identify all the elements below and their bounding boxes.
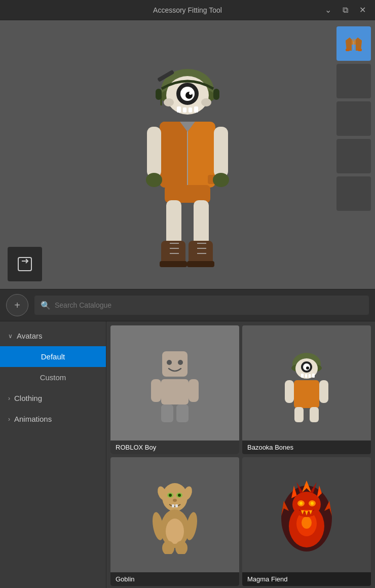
chevron-down-icon: ∨	[8, 333, 13, 340]
svg-point-73	[169, 494, 172, 497]
sidebar-section-clothing: › Clothing	[0, 388, 106, 409]
svg-rect-76	[172, 504, 174, 507]
svg-rect-52	[176, 405, 189, 422]
avatar-card-goblin[interactable]: Goblin	[110, 457, 239, 586]
svg-point-29	[213, 173, 229, 187]
svg-rect-21	[194, 106, 198, 113]
svg-rect-50	[189, 379, 199, 402]
svg-rect-45	[162, 351, 188, 377]
svg-point-74	[178, 494, 181, 497]
svg-rect-77	[175, 504, 178, 507]
svg-point-99	[311, 502, 314, 505]
svg-rect-18	[177, 106, 181, 113]
sidebar-item-default[interactable]: Default	[0, 346, 106, 367]
plus-icon: +	[14, 300, 20, 311]
svg-rect-43	[18, 258, 31, 271]
character-svg	[109, 30, 266, 279]
svg-point-58	[306, 366, 309, 370]
avatar-roblox-boy-preview	[110, 328, 239, 440]
search-icon: 🔍	[41, 301, 51, 310]
svg-rect-36	[187, 261, 214, 267]
svg-point-47	[178, 360, 183, 365]
svg-rect-24	[156, 89, 162, 100]
chevron-right-icon-animations: ›	[8, 416, 10, 423]
svg-point-92	[302, 517, 312, 529]
chevron-right-icon-clothing: ›	[8, 395, 10, 402]
svg-rect-35	[160, 261, 187, 267]
search-bar: + 🔍	[0, 289, 375, 321]
sidebar-header-animations[interactable]: › Animations	[0, 409, 106, 429]
svg-rect-59	[301, 374, 304, 378]
svg-rect-20	[189, 107, 192, 113]
svg-rect-64	[285, 380, 294, 403]
sidebar-section-animations: › Animations	[0, 409, 106, 429]
avatar-grid: ROBLOX Boy	[106, 321, 375, 588]
svg-point-46	[167, 360, 172, 365]
sidebar-clothing-label: Clothing	[14, 394, 42, 402]
bottom-panel: ∨ Avatars Default Custom › Clothing › An…	[0, 321, 375, 588]
svg-rect-32	[194, 200, 209, 246]
svg-rect-67	[310, 407, 319, 422]
svg-point-75	[173, 499, 177, 502]
svg-rect-66	[294, 407, 304, 422]
goblin-svg	[147, 478, 203, 554]
svg-rect-30	[165, 185, 210, 203]
svg-rect-48	[161, 379, 189, 405]
svg-rect-51	[161, 405, 173, 422]
svg-rect-27	[214, 127, 228, 177]
svg-point-98	[299, 502, 303, 505]
window-title: Accessory Fitting Tool	[153, 6, 222, 14]
svg-rect-25	[213, 89, 219, 100]
svg-point-16	[164, 98, 174, 106]
sidebar-header-clothing[interactable]: › Clothing	[0, 388, 106, 409]
title-bar: Accessory Fitting Tool ⌄ ⧉ ✕	[0, 0, 375, 20]
sidebar-avatars-label: Avatars	[17, 332, 43, 340]
sidebar: ∨ Avatars Default Custom › Clothing › An…	[0, 321, 106, 588]
svg-rect-49	[151, 379, 161, 402]
sidebar-animations-label: Animations	[14, 415, 52, 423]
minimize-button[interactable]: ⌄	[322, 4, 334, 16]
svg-rect-19	[183, 107, 186, 113]
magma-fiend-label: Magma Fiend	[242, 572, 371, 586]
svg-point-15	[189, 92, 192, 95]
sidebar-item-custom[interactable]: Custom	[0, 367, 106, 388]
svg-point-28	[146, 173, 162, 187]
svg-rect-60	[305, 374, 307, 378]
bazooka-bones-svg	[279, 346, 334, 422]
svg-rect-26	[147, 127, 161, 177]
export-button[interactable]	[8, 247, 42, 281]
restore-button[interactable]: ⧉	[340, 5, 351, 16]
goblin-label: Goblin	[110, 572, 239, 586]
avatar-card-bazooka-bones[interactable]: Bazooka Bones	[242, 325, 371, 454]
svg-point-17	[201, 98, 211, 106]
roblox-boy-label: ROBLOX Boy	[110, 440, 239, 454]
add-button[interactable]: +	[6, 294, 28, 316]
avatar-card-magma-fiend[interactable]: Magma Fiend	[242, 457, 371, 586]
search-input[interactable]	[55, 301, 363, 309]
svg-rect-65	[319, 380, 328, 403]
character-display	[0, 20, 375, 289]
bazooka-bones-label: Bazooka Bones	[242, 440, 371, 454]
search-input-container: 🔍	[34, 296, 369, 315]
svg-rect-61	[309, 374, 311, 378]
svg-point-79	[166, 519, 184, 544]
export-icon	[17, 256, 33, 272]
character-viewport	[0, 20, 375, 289]
avatar-bazooka-bones-preview	[242, 328, 371, 440]
window-controls: ⌄ ⧉ ✕	[322, 4, 369, 16]
svg-rect-31	[166, 200, 181, 246]
close-button[interactable]: ✕	[356, 4, 369, 16]
avatar-goblin-preview	[110, 460, 239, 572]
magma-fiend-svg	[279, 478, 334, 554]
sidebar-header-avatars[interactable]: ∨ Avatars	[0, 325, 106, 346]
svg-rect-63	[294, 380, 319, 408]
avatar-card-roblox-boy[interactable]: ROBLOX Boy	[110, 325, 239, 454]
avatar-magma-fiend-preview	[242, 460, 371, 572]
roblox-boy-svg	[147, 346, 203, 422]
sidebar-section-avatars: ∨ Avatars Default Custom	[0, 325, 106, 388]
svg-rect-62	[312, 374, 315, 378]
